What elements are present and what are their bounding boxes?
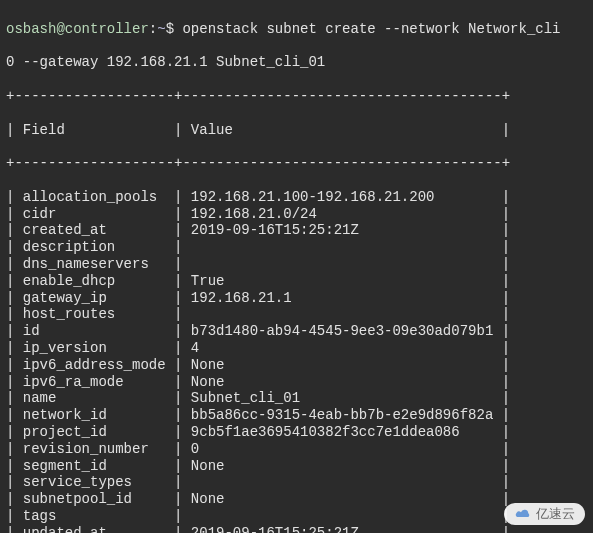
table-border-mid: +-------------------+-------------------… <box>6 155 587 172</box>
table-border-top: +-------------------+-------------------… <box>6 88 587 105</box>
watermark-badge: 亿速云 <box>504 503 585 525</box>
cloud-icon <box>514 508 532 520</box>
command-line-2: 0 --gateway 192.168.21.1 Subnet_cli_01 <box>6 54 587 71</box>
table-row: | allocation_pools | 192.168.21.100-192.… <box>6 189 587 206</box>
table-row: | network_id | bb5a86cc-9315-4eab-bb7b-e… <box>6 407 587 424</box>
table-row: | revision_number | 0 | <box>6 441 587 458</box>
table-row: | dns_nameservers | | <box>6 256 587 273</box>
command-part1: openstack subnet create --network Networ… <box>182 21 560 37</box>
command-line-1: osbash@controller:~$ openstack subnet cr… <box>6 21 587 38</box>
dollar: $ <box>166 21 174 37</box>
table-row: | name | Subnet_cli_01 | <box>6 390 587 407</box>
path: ~ <box>157 21 165 37</box>
command-part2: 0 --gateway 192.168.21.1 Subnet_cli_01 <box>6 54 325 70</box>
table-row: | ipv6_ra_mode | None | <box>6 374 587 391</box>
table-row: | host_routes | | <box>6 306 587 323</box>
table-row: | created_at | 2019-09-16T15:25:21Z | <box>6 222 587 239</box>
table-row: | enable_dhcp | True | <box>6 273 587 290</box>
table-body: | allocation_pools | 192.168.21.100-192.… <box>6 189 587 533</box>
watermark-text: 亿速云 <box>536 506 575 522</box>
table-row: | service_types | | <box>6 474 587 491</box>
table-row: | updated_at | 2019-09-16T15:25:21Z | <box>6 525 587 533</box>
user-host: osbash@controller <box>6 21 149 37</box>
terminal-window[interactable]: osbash@controller:~$ openstack subnet cr… <box>0 0 593 533</box>
table-row: | ip_version | 4 | <box>6 340 587 357</box>
table-row: | project_id | 9cb5f1ae3695410382f3cc7e1… <box>6 424 587 441</box>
table-row: | tags | | <box>6 508 587 525</box>
table-row: | segment_id | None | <box>6 458 587 475</box>
table-row: | subnetpool_id | None | <box>6 491 587 508</box>
table-header: | Field | Value | <box>6 122 587 139</box>
table-row: | cidr | 192.168.21.0/24 | <box>6 206 587 223</box>
table-row: | ipv6_address_mode | None | <box>6 357 587 374</box>
table-row: | gateway_ip | 192.168.21.1 | <box>6 290 587 307</box>
table-row: | description | | <box>6 239 587 256</box>
table-row: | id | b73d1480-ab94-4545-9ee3-09e30ad07… <box>6 323 587 340</box>
